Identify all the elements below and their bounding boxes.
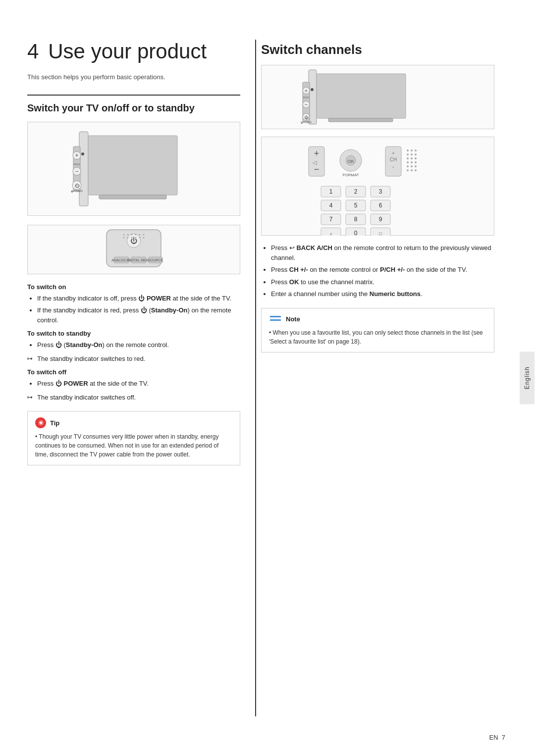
switch-standby-bullet-1: Press ⏻ (Standby-On) on the remote contr… — [37, 340, 240, 350]
svg-text:FORMAT: FORMAT — [342, 173, 359, 177]
svg-point-22 — [123, 237, 125, 238]
svg-text:♪: ♪ — [329, 231, 332, 236]
svg-text:4: 4 — [329, 202, 332, 209]
channels-remote-svg: + ◁ − OK FORMAT + CH − — [294, 137, 462, 236]
svg-point-12 — [81, 152, 84, 155]
svg-point-63 — [411, 153, 413, 155]
svg-point-66 — [411, 157, 413, 159]
svg-text:−: − — [304, 101, 307, 107]
switch-standby-bullets: Press ⏻ (Standby-On) on the remote contr… — [27, 340, 240, 350]
svg-text:⏻POWER: ⏻POWER — [71, 190, 83, 193]
svg-point-60 — [411, 150, 413, 151]
note-icon — [269, 314, 282, 324]
svg-point-24 — [131, 237, 133, 238]
channel-bullet-2: Press CH +/- on the remote control or P/… — [271, 265, 494, 275]
tv-side-illustration: + P/CH − ⏻ ⏻POWER — [27, 122, 240, 216]
svg-point-20 — [139, 234, 141, 235]
svg-text:6: 6 — [378, 202, 382, 209]
svg-rect-35 — [317, 74, 406, 118]
svg-text:9: 9 — [378, 216, 382, 223]
svg-rect-104 — [270, 319, 281, 321]
svg-text:−: − — [392, 164, 395, 170]
svg-text:+: + — [304, 88, 307, 94]
switch-standby-section: To switch to standby Press ⏻ (Standby-On… — [27, 330, 240, 363]
svg-text:1: 1 — [329, 188, 332, 195]
svg-point-17 — [127, 234, 129, 235]
svg-point-75 — [411, 169, 413, 171]
side-tab-label: English — [520, 352, 535, 404]
page-lang: EN — [489, 734, 498, 741]
switch-channels-bullets: Press ↩ BACK A/CH on the remote control … — [261, 243, 494, 299]
svg-point-18 — [131, 234, 133, 235]
svg-text:CH: CH — [389, 157, 396, 162]
note-box: Note • When you use a favourite list, yo… — [261, 308, 494, 353]
svg-point-73 — [415, 165, 417, 167]
svg-text:3: 3 — [378, 188, 382, 195]
right-column: Switch channels + P/CH − ⏻ — [255, 40, 494, 716]
switch-off-section: To switch off Press ⏻ POWER at the side … — [27, 368, 240, 402]
switch-channels-tv-illustration: + P/CH − ⏻ ⏻POWER — [261, 65, 494, 129]
svg-point-71 — [407, 165, 409, 167]
svg-rect-36 — [328, 118, 393, 122]
svg-text:DIGITAL MENU: DIGITAL MENU — [126, 258, 151, 262]
switch-on-bullets: If the standby indicator is off, press ⏻… — [27, 294, 240, 325]
svg-point-27 — [143, 237, 145, 238]
switch-on-bullet-1: If the standby indicator is off, press ⏻… — [37, 294, 240, 303]
channel-bullet-1: Press ↩ BACK A/CH on the remote control … — [271, 243, 494, 262]
tip-icon: ✳ — [35, 417, 46, 428]
svg-text:8: 8 — [354, 216, 357, 223]
side-tab: English — [519, 0, 535, 756]
switch-on-label: To switch on — [27, 283, 240, 291]
svg-point-70 — [415, 161, 417, 163]
channels-tv-svg: + P/CH − ⏻ ⏻POWER — [294, 65, 462, 129]
svg-rect-103 — [270, 316, 281, 317]
svg-point-72 — [411, 165, 413, 167]
svg-point-76 — [415, 169, 417, 171]
svg-point-69 — [411, 161, 413, 163]
svg-point-21 — [143, 234, 145, 235]
svg-point-61 — [415, 150, 417, 151]
svg-point-26 — [139, 237, 141, 238]
svg-text:−: − — [75, 168, 78, 175]
left-column: 4 Use your product This section helps yo… — [27, 40, 255, 716]
svg-rect-1 — [88, 136, 177, 195]
section1-heading: Switch your TV on/off or to standby — [27, 101, 240, 114]
svg-point-64 — [415, 153, 417, 155]
tip-box: ✳ Tip • Though your TV consumes very lit… — [27, 411, 240, 465]
switch-on-section: To switch on If the standby indicator is… — [27, 283, 240, 325]
note-label: Note — [286, 315, 300, 323]
svg-point-68 — [407, 161, 409, 163]
svg-text:+: + — [314, 149, 319, 158]
svg-text:0: 0 — [354, 230, 357, 236]
svg-text:+: + — [75, 152, 78, 159]
switch-off-bullet-1: Press ⏻ POWER at the side of the TV. — [37, 379, 240, 389]
tip-label: Tip — [50, 419, 59, 427]
svg-text:⏻: ⏻ — [75, 183, 80, 188]
channel-bullet-4: Enter a channel number using the Numeric… — [271, 289, 494, 299]
chapter-heading: 4 Use your product — [27, 40, 240, 63]
page-footer: EN 7 — [489, 734, 505, 741]
svg-text:7: 7 — [329, 216, 332, 223]
switch-channels-remote-illustration: + ◁ − OK FORMAT + CH − — [261, 137, 494, 236]
tip-header: ✳ Tip — [35, 417, 232, 428]
svg-rect-0 — [79, 132, 88, 206]
remote-illustration-left: ⏻ — [27, 225, 240, 274]
svg-point-46 — [311, 88, 314, 91]
svg-rect-2 — [99, 195, 166, 199]
svg-point-19 — [135, 234, 137, 235]
svg-text:−: − — [314, 164, 319, 174]
right-section-heading: Switch channels — [261, 40, 494, 57]
svg-text:P/CH: P/CH — [303, 96, 309, 99]
svg-point-16 — [123, 234, 125, 235]
svg-text:□: □ — [379, 231, 382, 236]
chapter-title: Use your product — [48, 40, 207, 63]
channel-bullet-3: Press OK to use the channel matrix. — [271, 277, 494, 287]
svg-point-25 — [135, 237, 137, 238]
svg-text:5: 5 — [354, 202, 357, 209]
switch-standby-label: To switch to standby — [27, 330, 240, 337]
svg-text:⏻POWER: ⏻POWER — [300, 121, 312, 124]
svg-point-74 — [407, 169, 409, 171]
page-number: 7 — [502, 734, 505, 741]
svg-text:SOURCE: SOURCE — [148, 258, 163, 262]
note-header: Note — [269, 314, 486, 324]
